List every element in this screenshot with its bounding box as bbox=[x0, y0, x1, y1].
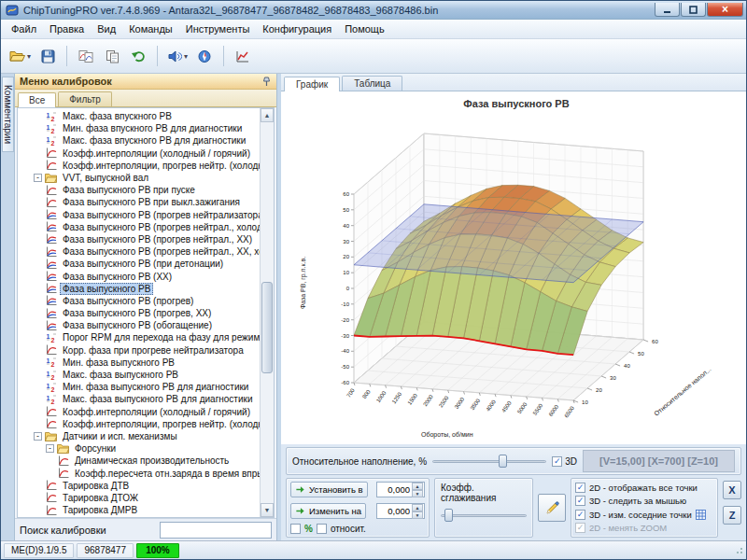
tree-item-32[interactable]: Тарировка ДМРВ bbox=[18, 504, 260, 516]
set-value-button[interactable]: Установить в bbox=[290, 482, 368, 497]
spinner-arrows[interactable]: ▲▼ bbox=[412, 504, 423, 518]
calib-tab-0[interactable]: Все bbox=[18, 92, 56, 107]
option-checkbox-1[interactable]: ✓3D - следить за мышью bbox=[575, 496, 713, 506]
load-slider-thumb[interactable] bbox=[499, 455, 507, 468]
tree-item-9[interactable]: Фаза выпускного РВ (прогрев нейтрал., хо… bbox=[18, 221, 260, 233]
tree-item-7[interactable]: Фаза выпускного РВ при выкл.зажигания bbox=[18, 196, 260, 208]
tree-item-18[interactable]: 12Порог RPM для перехода на фазу для реж… bbox=[18, 331, 260, 343]
toolbar-copy-button[interactable] bbox=[100, 44, 124, 68]
smoothing-slider-thumb[interactable] bbox=[444, 509, 453, 522]
tree-item-21[interactable]: 12Макс. фаза выпускного РВ bbox=[18, 369, 260, 381]
tree-item-2[interactable]: 12Макс. фаза впускного РВ для диагностик… bbox=[18, 134, 260, 147]
menu-item-5[interactable]: Конфигурация bbox=[256, 21, 338, 37]
curve-icon bbox=[58, 455, 69, 467]
edit-map-button[interactable] bbox=[538, 494, 566, 522]
axis-x-button[interactable]: X bbox=[723, 481, 741, 499]
tree-item-13[interactable]: Фаза выпускного РВ (XX) bbox=[18, 270, 260, 282]
toolbar-open-button[interactable]: ▾ bbox=[7, 44, 34, 68]
spin-down-icon[interactable]: ▼ bbox=[412, 511, 423, 519]
scroll-up-icon[interactable]: ▲ bbox=[261, 108, 274, 122]
tree-item-10[interactable]: Фаза выпускного РВ (прогрев нейтрал., XX… bbox=[18, 233, 260, 245]
tree-item-15[interactable]: Фаза выпускного РВ (прогрев) bbox=[18, 295, 260, 307]
tree-item-11[interactable]: Фаза выпускного РВ (прогрев нейтрал., XX… bbox=[18, 245, 260, 258]
option-checkbox-0[interactable]: ✓2D - отображать все точки bbox=[575, 483, 713, 493]
percent-checkbox[interactable] bbox=[290, 524, 301, 534]
comments-tab[interactable]: Комментарии bbox=[2, 77, 14, 152]
tree-item-20[interactable]: 12Мин. фаза выпускного РВ bbox=[18, 357, 260, 369]
spinner-arrows[interactable]: ▲▼ bbox=[412, 483, 423, 497]
calib-tab-1[interactable]: Фильтр bbox=[58, 91, 112, 106]
tree-item-25[interactable]: Коэфф.интерполяции, прогрев нейтр. (холо… bbox=[18, 418, 260, 430]
tree-item-19[interactable]: Корр. фаза при прогреве нейтрализатора bbox=[18, 344, 260, 357]
tree-item-27[interactable]: -Форсунки bbox=[18, 442, 260, 455]
tree-item-17[interactable]: Фаза выпускного РВ (обогащение) bbox=[18, 319, 260, 331]
checkbox-box[interactable]: ✓ bbox=[575, 510, 585, 520]
option-checkbox-3[interactable]: ✓2D - менять ZOOM bbox=[575, 523, 713, 533]
checkbox-box[interactable]: ✓ bbox=[575, 523, 585, 533]
change-value-button[interactable]: Изменить на bbox=[290, 503, 366, 519]
toolbar-compass-button[interactable] bbox=[192, 44, 217, 68]
chart-tabs: ГрафикТаблица bbox=[281, 74, 746, 91]
toolbar-chart-button[interactable] bbox=[231, 44, 255, 68]
axis-z-button[interactable]: Z bbox=[723, 506, 741, 525]
chart-tab-1[interactable]: Таблица bbox=[342, 76, 402, 91]
collapse-toggle[interactable]: - bbox=[46, 444, 54, 453]
menu-item-4[interactable]: Инструменты bbox=[179, 21, 257, 37]
tree-item-0[interactable]: 12Макс. фаза впускного РВ bbox=[18, 110, 260, 122]
tree-item-23[interactable]: 12Макс. фаза выпускного РВ для диагности… bbox=[18, 393, 260, 405]
tree-item-5[interactable]: -VVT, выпускной вал bbox=[18, 172, 260, 184]
toolbar-save-button[interactable] bbox=[35, 44, 60, 68]
load-slider[interactable] bbox=[432, 454, 546, 469]
collapse-toggle[interactable]: - bbox=[34, 432, 42, 441]
svg-text:1: 1 bbox=[47, 123, 50, 130]
change-value-input[interactable] bbox=[377, 504, 412, 518]
scrollbar-track[interactable] bbox=[261, 122, 274, 503]
tree-item-12[interactable]: Фаза выпускного РВ (при детонации) bbox=[18, 258, 260, 270]
minimize-button[interactable] bbox=[655, 3, 680, 17]
checkbox-label: 2D - отображать все точки bbox=[589, 483, 698, 493]
tree-item-31[interactable]: Тарировка ДТОЖ bbox=[18, 492, 260, 504]
3d-view-checkbox[interactable]: ✓ 3D bbox=[552, 456, 577, 467]
set-value-input[interactable] bbox=[377, 483, 412, 497]
spin-down-icon[interactable]: ▼ bbox=[412, 490, 423, 497]
tree-item-8[interactable]: Фаза выпускного РВ (прогрев нейтрализато… bbox=[18, 209, 260, 221]
tree-item-3[interactable]: Коэфф.интерполяции (холодный / горячий) bbox=[18, 147, 260, 160]
toolbar-maps-button[interactable] bbox=[74, 44, 98, 68]
tree-item-1[interactable]: 12Мин. фаза впускного РВ для диагностики bbox=[18, 122, 260, 134]
tree-item-29[interactable]: Коэфф.пересчета отн.заряда в время впрыс… bbox=[18, 467, 260, 479]
toolbar-undo-button[interactable] bbox=[126, 44, 150, 68]
tree-scrollbar[interactable]: ▲ ▼ bbox=[260, 108, 274, 517]
menu-item-2[interactable]: Вид bbox=[91, 21, 122, 37]
smoothing-slider[interactable] bbox=[441, 508, 527, 533]
maximize-button[interactable] bbox=[681, 3, 706, 17]
menu-item-6[interactable]: Помощь bbox=[338, 21, 391, 37]
tree-item-16[interactable]: Фаза выпускного РВ (прогрев, XX) bbox=[18, 307, 260, 319]
tree-item-28[interactable]: Динамическая производительность bbox=[18, 455, 260, 467]
toolbar-sound-button[interactable]: ▾ bbox=[164, 44, 190, 68]
3d-checkbox-box[interactable]: ✓ bbox=[552, 456, 562, 467]
tree-item-4[interactable]: Коэфф.интерполяции, прогрев нейтр. (холо… bbox=[18, 160, 260, 172]
collapse-toggle[interactable]: - bbox=[34, 174, 42, 182]
scrollbar-thumb[interactable] bbox=[261, 282, 273, 373]
tree-item-30[interactable]: Тарировка ДТВ bbox=[18, 480, 260, 492]
checkbox-box[interactable]: ✓ bbox=[575, 496, 585, 506]
spin-up-icon[interactable]: ▲ bbox=[412, 483, 423, 490]
checkbox-box[interactable]: ✓ bbox=[575, 483, 585, 493]
tree-item-14[interactable]: Фаза выпускного РВ bbox=[18, 283, 260, 295]
surface-chart[interactable]: Фаза выпускного РВ-60-50-40-30-20-100102… bbox=[281, 91, 746, 446]
option-checkbox-2[interactable]: ✓3D - изм. соседние точки bbox=[575, 510, 713, 520]
tree-item-6[interactable]: Фаза выпускного РВ при пуске bbox=[18, 184, 260, 196]
spin-up-icon[interactable]: ▲ bbox=[412, 504, 423, 511]
close-button[interactable]: × bbox=[707, 3, 743, 17]
relative-checkbox[interactable] bbox=[317, 524, 327, 534]
scroll-down-icon[interactable]: ▼ bbox=[261, 503, 274, 517]
menu-item-0[interactable]: Файл bbox=[5, 21, 43, 37]
menu-item-3[interactable]: Команды bbox=[122, 21, 179, 37]
chart-tab-0[interactable]: График bbox=[284, 77, 340, 91]
calibration-search-input[interactable] bbox=[160, 522, 272, 539]
pin-icon[interactable] bbox=[261, 77, 272, 87]
tree-item-22[interactable]: 12Мин. фаза выпускного РВ для диагностик… bbox=[18, 381, 260, 393]
tree-item-24[interactable]: Коэфф.интерполяции (холодный / горячий) bbox=[18, 406, 260, 418]
tree-item-26[interactable]: -Датчики и исп. механизмы bbox=[18, 430, 260, 442]
menu-item-1[interactable]: Правка bbox=[43, 21, 91, 37]
